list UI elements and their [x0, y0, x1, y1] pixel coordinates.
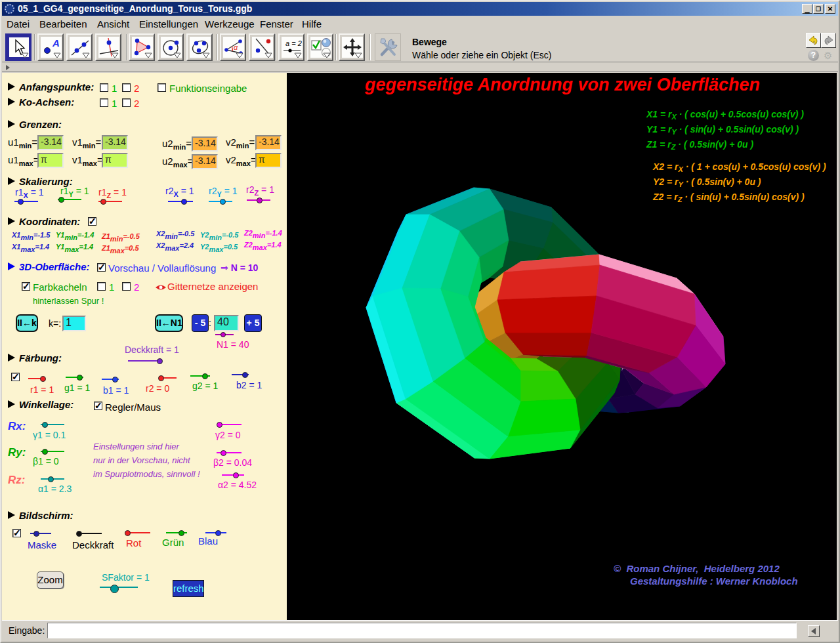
- svg-text:α: α: [234, 43, 238, 51]
- svg-text:a = 2: a = 2: [285, 39, 302, 47]
- svg-text:A: A: [52, 37, 60, 49]
